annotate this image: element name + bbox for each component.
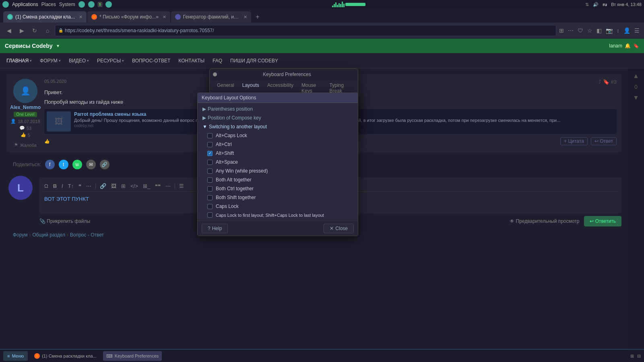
klo-help-button[interactable]: ? Help [202,224,228,233]
volume-icon[interactable]: 🔊 [593,2,599,7]
report-button[interactable]: ⚑Жалоба [14,142,36,148]
new-tab-button[interactable]: + [252,11,263,23]
layout-option-alt-shift[interactable]: Alt+Shift [198,149,358,158]
editor-extra[interactable]: ⋯ [164,182,172,190]
menu-icon[interactable]: ☰ [633,27,641,34]
browser-tab-2[interactable]: * Письмо «Форум инфо...» ✕ [87,11,170,23]
shield-browser-icon[interactable]: 🛡 [576,27,584,34]
layout-option-alt-space[interactable]: Alt+Space [198,158,358,167]
terminal-icon[interactable]: $ [98,2,102,7]
checkbox-alt-space[interactable] [207,160,213,165]
nav-forum[interactable]: ФОРУМ ▾ [40,58,61,64]
checkbox-caps-lock[interactable] [207,204,213,209]
layout-option-caps-lock[interactable]: Caps Lock [198,202,358,211]
layout-option-both-ctrl[interactable]: Both Ctrl together [198,184,358,193]
checkbox-any-win[interactable] [207,169,213,174]
checkbox-alt-shift[interactable] [207,151,213,156]
attach-files-button[interactable]: 📎 Прикрепить файлы [39,218,90,224]
notifications-icon[interactable]: 🔔 [625,43,631,49]
nav-qa[interactable]: ВОПРОС-ОТВЕТ [132,58,170,64]
screenshot-icon[interactable]: 📷 [605,27,614,34]
sidebar-toggle[interactable]: ◧ [595,27,603,34]
nav-contacts[interactable]: КОНТАКТЫ [178,58,204,64]
parrot-app-icon[interactable] [78,1,85,8]
breadcrumb-qa[interactable]: Вопрос - Ответ [70,232,104,238]
extensions-icon[interactable]: ⋯ [567,27,575,34]
scroll-down[interactable]: ▼ [632,93,640,102]
tb-layout-icon[interactable]: ⊟ [637,354,641,359]
preview-button[interactable]: 👁 Предварительный просмотр [510,218,579,224]
bookmarks-icon[interactable]: ⊞ [558,27,565,34]
editor-terminal[interactable]: ⊞_ [141,182,152,190]
layout-option-any-win[interactable]: Any Win (while pressed) [198,167,358,175]
section-parentheses[interactable]: ▶ Parentheses position [198,105,358,113]
places-menu[interactable]: Places [41,2,56,7]
breadcrumb-forum[interactable]: Форум [13,232,27,238]
start-menu-button[interactable]: ≡ Меню [3,351,28,361]
username[interactable]: Alex_Nemmo [10,105,41,110]
editor-quote-inline[interactable]: ❝ [77,182,83,190]
editor-link[interactable]: 🔗 [98,182,108,190]
tab2-close[interactable]: ✕ [163,14,166,20]
checkbox-caps-lock-first[interactable] [207,212,213,218]
nav-faq[interactable]: FAQ [213,58,222,64]
editor-text-size[interactable]: T↑ [66,182,75,190]
layout-option-caps-lock-first[interactable]: Caps Lock to first layout; Shift+Caps Lo… [198,211,358,219]
url-bar[interactable]: 🔒 https://codeby.net/threads/smena-raskl… [55,25,556,36]
editor-bold[interactable]: B [52,182,58,190]
vote-up[interactable]: 👍 [44,139,50,144]
checkbox-alt-capslock[interactable] [207,133,213,138]
refresh-button[interactable]: ↻ [29,25,40,36]
checkbox-both-alt[interactable] [207,177,213,183]
facebook-share[interactable]: f [45,160,55,169]
share-post-icon[interactable]: ⤴ [599,79,601,85]
nav-write[interactable]: ПИШИ ДЛЯ CODEBY [230,58,278,64]
user-account[interactable]: lanam [609,43,622,49]
breadcrumb-general[interactable]: Общий раздел [32,232,65,238]
editor-image[interactable]: 🖼 [109,182,118,190]
section-compose[interactable]: ▶ Position of Compose key [198,113,358,122]
nav-home[interactable]: ГЛАВНАЯ ▾ [6,58,32,64]
editor-italic[interactable]: I [60,182,65,190]
browser-tab-1[interactable]: (1) Смена раскладки кла... ✕ [3,11,87,23]
applications-menu[interactable]: Applications [12,2,38,7]
star-icon[interactable]: ☆ [586,27,594,34]
forward-button[interactable]: ▶ [16,25,27,36]
layout-option-both-shift[interactable]: Both Shift together [198,193,358,202]
whatsapp-share[interactable]: w [72,160,82,169]
codeby-dropdown[interactable]: ▾ [57,43,59,49]
submit-reply-button[interactable]: ↩ Ответить [584,216,621,226]
layout-option-alt-ctrl[interactable]: Alt+Ctrl [198,140,358,149]
scroll-up[interactable]: ▲ [632,72,640,80]
home-button[interactable]: ⌂ [42,25,53,36]
editor-code[interactable]: </> [129,182,140,190]
reply-to-post[interactable]: ↩ Ответ [591,137,617,145]
parrot-icon[interactable] [2,1,9,8]
language-indicator[interactable]: ru [603,2,607,7]
checkbox-both-ctrl[interactable] [207,186,213,191]
klo-close-button[interactable]: ✕ Close [324,224,354,233]
back-button[interactable]: ◀ [3,25,14,36]
checkbox-both-shift[interactable] [207,195,213,200]
tab3-close[interactable]: ✕ [244,14,247,20]
user-icon[interactable]: 👤 [622,27,632,34]
tb-monitor-icon[interactable]: ⊞ [630,354,634,359]
checkbox-alt-ctrl[interactable] [207,142,213,147]
email-share[interactable]: ✉ [86,160,96,169]
sync-icon[interactable]: ↕ [615,27,621,34]
tab1-close[interactable]: ✕ [79,14,83,20]
bookmark-post-icon[interactable]: 🔖 [603,79,609,85]
layout-option-alt-capslock[interactable]: Alt+Caps Lock [198,131,358,140]
editor-table[interactable]: ⊞ [120,182,127,190]
editor-quote-block[interactable]: ❝❝ [153,182,162,190]
nav-video[interactable]: ВИДЕО ▾ [69,58,89,64]
kp-close-btn-circle[interactable] [213,72,217,76]
nav-resources[interactable]: РЕСУРСЫ ▾ [97,58,124,64]
twitter-share[interactable]: t [59,160,68,169]
editor-list[interactable]: ☰ [178,182,186,190]
firefox-icon[interactable] [88,1,95,8]
taskbar-firefox[interactable]: (1) Смена раскладки кла... [31,351,100,361]
bookmarks-codeby[interactable]: 🔖 [633,43,639,49]
system-menu[interactable]: System [59,2,75,7]
shield-icon[interactable] [105,1,112,8]
